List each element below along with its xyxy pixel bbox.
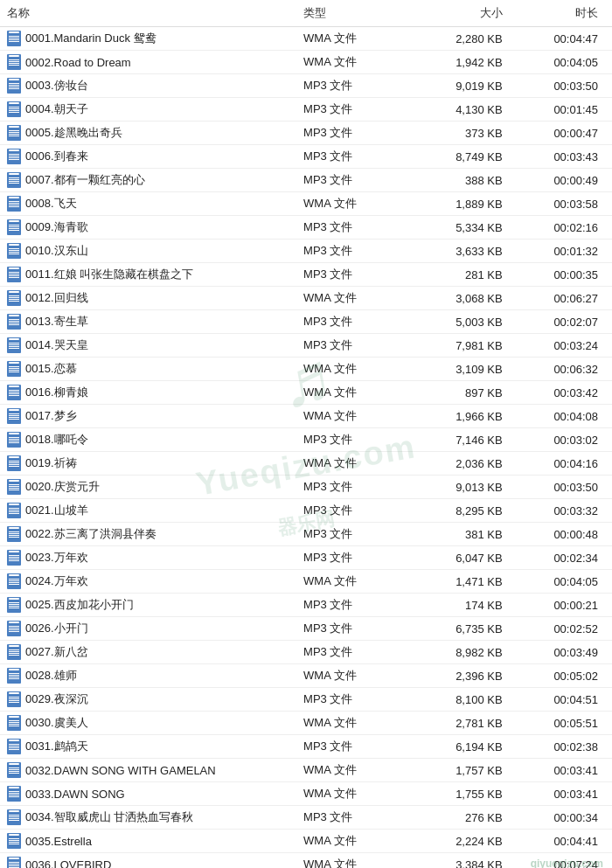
table-row[interactable]: 0016.柳青娘WMA 文件897 KB00:03:42 — [0, 381, 612, 405]
table-row[interactable]: 0012.回归线WMA 文件3,068 KB00:06:27 — [0, 287, 612, 310]
file-duration-cell: 00:03:43 — [517, 145, 612, 169]
file-name-cell: 0012.回归线 — [0, 287, 296, 310]
table-row[interactable]: 0021.山坡羊MP3 文件8,295 KB00:03:32 — [0, 499, 612, 523]
table-row[interactable]: 0032.DAWN SONG WITH GAMELANWMA 文件1,757 K… — [0, 759, 612, 782]
table-row[interactable]: 0030.虞美人WMA 文件2,781 KB00:05:51 — [0, 712, 612, 735]
table-row[interactable]: 0023.万年欢MP3 文件6,047 KB00:02:34 — [0, 546, 612, 570]
table-row[interactable]: 0017.梦乡WMA 文件1,966 KB00:04:08 — [0, 405, 612, 428]
file-type-cell: MP3 文件 — [296, 594, 401, 617]
file-duration-cell: 00:04:05 — [517, 51, 612, 74]
file-duration-cell: 00:06:32 — [517, 358, 612, 381]
table-row[interactable]: 0015.恋慕WMA 文件3,109 KB00:06:32 — [0, 358, 612, 381]
table-row[interactable]: 0024.万年欢WMA 文件1,471 KB00:04:05 — [0, 570, 612, 594]
file-type-cell: MP3 文件 — [296, 523, 401, 546]
file-name-text: 0007.都有一颗红亮的心 — [25, 172, 145, 188]
file-type-cell: MP3 文件 — [296, 240, 401, 263]
file-document-icon — [7, 668, 21, 684]
file-type-cell: MP3 文件 — [296, 216, 401, 240]
file-type-cell: WMA 文件 — [296, 570, 401, 594]
file-name-text: 0036.LOVEBIRD — [25, 858, 111, 869]
table-row[interactable]: 0034.智取威虎山 甘洒热血写春秋MP3 文件276 KB00:00:34 — [0, 806, 612, 830]
table-row[interactable]: 0014.哭天皇MP3 文件7,981 KB00:03:24 — [0, 334, 612, 358]
table-row[interactable]: 0029.夜深沉MP3 文件8,100 KB00:04:51 — [0, 688, 612, 712]
file-document-icon — [7, 809, 21, 825]
table-row[interactable]: 0008.飞天WMA 文件1,889 KB00:03:58 — [0, 192, 612, 216]
file-name-cell: 0020.庆赏元升 — [0, 476, 296, 499]
file-size-cell: 5,003 KB — [401, 310, 516, 334]
file-size-cell: 8,982 KB — [401, 641, 516, 664]
file-size-cell: 2,224 KB — [401, 830, 516, 853]
file-name-text: 0018.哪吒令 — [25, 432, 88, 448]
table-row[interactable]: 0010.汉东山MP3 文件3,633 KB00:01:32 — [0, 240, 612, 263]
file-type-cell: WMA 文件 — [296, 51, 401, 74]
file-document-icon — [7, 54, 21, 70]
file-duration-cell: 00:03:24 — [517, 334, 612, 358]
col-header-size: 大小 — [401, 0, 516, 27]
table-row[interactable]: 0005.趁黑晚出奇兵MP3 文件373 KB00:00:47 — [0, 122, 612, 145]
file-type-cell: MP3 文件 — [296, 476, 401, 499]
file-duration-cell: 00:04:51 — [517, 688, 612, 712]
file-name-text: 0021.山坡羊 — [25, 503, 88, 518]
file-type-cell: MP3 文件 — [296, 806, 401, 830]
file-name-text: 0012.回归线 — [25, 290, 88, 306]
file-document-icon — [7, 125, 21, 141]
table-row[interactable]: 0006.到春来MP3 文件8,749 KB00:03:43 — [0, 145, 612, 169]
table-row[interactable]: 0027.新八岔MP3 文件8,982 KB00:03:49 — [0, 641, 612, 664]
file-document-icon — [7, 621, 21, 636]
file-name-cell: 0027.新八岔 — [0, 641, 296, 664]
file-name-text: 0001.Mandarin Duck 鸳鸯 — [25, 31, 156, 46]
file-size-cell: 1,889 KB — [401, 192, 516, 216]
file-type-cell: WMA 文件 — [296, 287, 401, 310]
table-row[interactable]: 0031.鹧鸪天MP3 文件6,194 KB00:02:38 — [0, 735, 612, 759]
col-header-dur: 时长 — [517, 0, 612, 27]
file-size-cell: 3,633 KB — [401, 240, 516, 263]
file-document-icon — [7, 762, 21, 778]
table-row[interactable]: 0009.海青歌MP3 文件5,334 KB00:02:16 — [0, 216, 612, 240]
table-row[interactable]: 0036.LOVEBIRDWMA 文件3,384 KB00:07:24 — [0, 853, 612, 869]
file-name-text: 0029.夜深沉 — [25, 691, 88, 707]
file-duration-cell: 00:03:02 — [517, 428, 612, 452]
file-name-text: 0035.Estrella — [25, 835, 92, 848]
file-duration-cell: 00:03:32 — [517, 499, 612, 523]
table-row[interactable]: 0004.朝天子MP3 文件4,130 KB00:01:45 — [0, 98, 612, 122]
file-duration-cell: 00:03:50 — [517, 74, 612, 98]
file-name-text: 0004.朝天子 — [25, 101, 88, 117]
file-duration-cell: 00:00:47 — [517, 122, 612, 145]
table-row[interactable]: 0019.祈祷WMA 文件2,036 KB00:04:16 — [0, 452, 612, 476]
table-row[interactable]: 0020.庆赏元升MP3 文件9,013 KB00:03:50 — [0, 476, 612, 499]
table-row[interactable]: 0007.都有一颗红亮的心MP3 文件388 KB00:00:49 — [0, 169, 612, 192]
file-name-cell: 0019.祈祷 — [0, 452, 296, 476]
table-row[interactable]: 0028.雄师WMA 文件2,396 KB00:05:02 — [0, 664, 612, 688]
table-row[interactable]: 0022.苏三离了洪洞县伴奏MP3 文件381 KB00:00:48 — [0, 523, 612, 546]
file-name-cell: 0015.恋慕 — [0, 358, 296, 381]
table-row[interactable]: 0001.Mandarin Duck 鸳鸯WMA 文件2,280 KB00:04… — [0, 27, 612, 51]
file-size-cell: 6,735 KB — [401, 617, 516, 641]
file-duration-cell: 00:03:50 — [517, 476, 612, 499]
file-name-cell: 0010.汉东山 — [0, 240, 296, 263]
table-row[interactable]: 0011.红娘 叫张生隐藏在棋盘之下MP3 文件281 KB00:00:35 — [0, 263, 612, 287]
table-row[interactable]: 0003.傍妆台MP3 文件9,019 KB00:03:50 — [0, 74, 612, 98]
table-row[interactable]: 0018.哪吒令MP3 文件7,146 KB00:03:02 — [0, 428, 612, 452]
file-name-cell: 0002.Road to Dream — [0, 51, 296, 74]
col-header-type: 类型 — [296, 0, 401, 27]
file-duration-cell: 00:02:07 — [517, 310, 612, 334]
file-document-icon — [7, 172, 21, 188]
file-name-cell: 0005.趁黑晚出奇兵 — [0, 122, 296, 145]
table-row[interactable]: 0035.EstrellaWMA 文件2,224 KB00:04:41 — [0, 830, 612, 853]
table-row[interactable]: 0033.DAWN SONGWMA 文件1,755 KB00:03:41 — [0, 782, 612, 806]
file-duration-cell: 00:00:48 — [517, 523, 612, 546]
file-name-cell: 0008.飞天 — [0, 192, 296, 216]
table-row[interactable]: 0026.小开门MP3 文件6,735 KB00:02:52 — [0, 617, 612, 641]
file-document-icon — [7, 432, 21, 448]
table-row[interactable]: 0025.西皮加花小开门MP3 文件174 KB00:00:21 — [0, 594, 612, 617]
file-type-cell: MP3 文件 — [296, 546, 401, 570]
file-size-cell: 174 KB — [401, 594, 516, 617]
file-type-cell: MP3 文件 — [296, 169, 401, 192]
file-name-text: 0032.DAWN SONG WITH GAMELAN — [25, 764, 216, 777]
table-row[interactable]: 0002.Road to DreamWMA 文件1,942 KB00:04:05 — [0, 51, 612, 74]
file-name-text: 0028.雄师 — [25, 668, 77, 684]
table-row[interactable]: 0013.寄生草MP3 文件5,003 KB00:02:07 — [0, 310, 612, 334]
file-size-cell: 388 KB — [401, 169, 516, 192]
file-size-cell: 276 KB — [401, 806, 516, 830]
file-duration-cell: 00:04:05 — [517, 570, 612, 594]
